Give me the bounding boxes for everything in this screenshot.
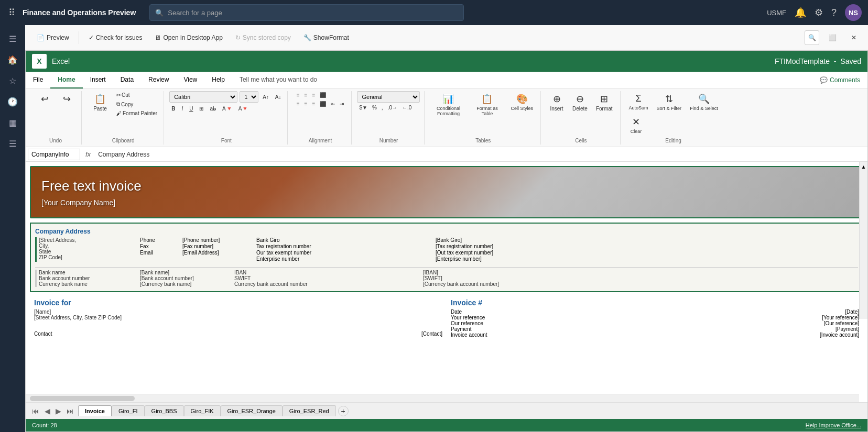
tab-file[interactable]: File: [26, 72, 50, 88]
cut-button[interactable]: ✂ Cut: [114, 91, 159, 99]
find-select-btn[interactable]: 🔍 Find & Select: [687, 91, 721, 113]
tab-help[interactable]: Help: [204, 72, 232, 88]
cell-reference[interactable]: [28, 149, 80, 160]
email-value: [Email Address]: [182, 250, 256, 256]
delete-btn[interactable]: ⊖ Delete: [569, 91, 591, 114]
autosum-btn[interactable]: Σ AutoSum: [626, 91, 652, 113]
align-center-btn[interactable]: ≡: [302, 100, 310, 108]
font-color-button[interactable]: A🔻: [236, 105, 251, 113]
sidebar-grid-icon[interactable]: ▦: [3, 113, 22, 132]
ribbon-group-number: General $▼ % , .0→ ←.0 Number: [353, 91, 425, 145]
excel-container: X Excel FTIModTemplate - Saved File Home…: [25, 50, 868, 432]
decrease-font-btn[interactable]: A↓: [273, 93, 284, 101]
bold-button[interactable]: B: [169, 105, 177, 113]
comments-tab[interactable]: 💬 Comments: [812, 72, 867, 88]
tab-insert[interactable]: Insert: [83, 72, 113, 88]
notification-icon[interactable]: 🔔: [795, 7, 806, 18]
border-button[interactable]: ⊞: [197, 105, 205, 113]
preview-button[interactable]: 📄 Preview: [31, 32, 74, 43]
search-bar[interactable]: 🔍 Search for a page: [149, 4, 464, 21]
cell-styles-btn[interactable]: 🎨 Cell Styles: [507, 91, 536, 113]
percent-btn[interactable]: %: [370, 104, 379, 112]
decrease-decimal-btn[interactable]: ←.0: [400, 104, 414, 112]
invoice-address: [Street Address, City, State ZIP Code]: [34, 315, 442, 320]
scroll-up-icon[interactable]: ▲: [861, 164, 866, 170]
sheet-tab-giro-esr-orange[interactable]: Giro_ESR_Orange: [221, 405, 283, 416]
tab-data[interactable]: Data: [113, 72, 141, 88]
strikethrough-button[interactable]: ab̶: [208, 105, 218, 113]
redo-button[interactable]: ↪: [56, 91, 77, 108]
indent-increase-btn[interactable]: ⇥: [338, 100, 346, 108]
sidebar-list-icon[interactable]: ☰: [3, 134, 22, 153]
check-issues-button[interactable]: ✓ Check for issues: [83, 32, 148, 43]
open-desktop-button[interactable]: 🖥 Open in Desktop App: [149, 32, 227, 43]
indent-decrease-btn[interactable]: ⇤: [329, 100, 337, 108]
increase-font-btn[interactable]: A↑: [261, 93, 271, 101]
number-format-select[interactable]: General: [357, 91, 420, 103]
currency-btn[interactable]: $▼: [357, 104, 369, 112]
apps-grid-icon[interactable]: ⠿: [6, 5, 17, 20]
vertical-scrollbar[interactable]: ▲: [859, 162, 867, 319]
font-name-select[interactable]: Calibri: [169, 91, 237, 103]
sheet-tab-giro-fi[interactable]: Giro_FI: [112, 405, 145, 416]
tab-review[interactable]: Review: [141, 72, 176, 88]
fill-color-button[interactable]: A🔻: [220, 105, 234, 113]
copy-button[interactable]: ⧉ Copy: [114, 100, 159, 108]
comma-btn[interactable]: ,: [379, 104, 385, 112]
help-icon[interactable]: ?: [831, 7, 837, 18]
undo-button[interactable]: ↩: [34, 91, 55, 108]
tables-items: 📊 Conditional Formatting 📋 Format as Tab…: [430, 91, 536, 145]
align-top-left-btn[interactable]: ≡: [295, 91, 302, 99]
invoice-company-name: [Your Company Name]: [41, 198, 852, 207]
sync-button[interactable]: ↻ Sync stored copy: [230, 32, 296, 43]
scroll-thumb[interactable]: [30, 396, 135, 401]
sheet-tab-giro-fik[interactable]: Giro_FIK: [184, 405, 221, 416]
action-bar-search-icon[interactable]: 🔍: [805, 30, 819, 45]
italic-button[interactable]: I: [179, 105, 185, 113]
paste-button[interactable]: 📋 Paste: [87, 91, 113, 114]
tell-me[interactable]: Tell me what you want to do: [232, 72, 324, 88]
tab-view[interactable]: View: [176, 72, 204, 88]
clear-btn[interactable]: ✕ Clear: [626, 114, 647, 136]
sidebar-star-icon[interactable]: ☆: [3, 71, 22, 90]
horizontal-scrollbar[interactable]: [26, 394, 859, 402]
sidebar-clock-icon[interactable]: 🕐: [3, 92, 22, 111]
sheet-tab-invoice[interactable]: Invoice: [78, 405, 112, 416]
company-info-grid: [Street Address, City, State ZIP Code] P…: [35, 237, 858, 262]
format-painter-button[interactable]: 🖌 Format Painter: [114, 109, 159, 117]
contact-label: Contact: [34, 331, 52, 337]
formula-content[interactable]: Company Address: [96, 151, 865, 158]
merge-btn[interactable]: ⬛: [318, 100, 328, 108]
show-format-button[interactable]: 🔧 ShowFormat: [298, 32, 354, 43]
tab-last-btn[interactable]: ⏭: [64, 406, 76, 416]
add-sheet-btn[interactable]: +: [338, 406, 349, 416]
format-table-btn[interactable]: 📋 Format as Table: [469, 91, 505, 118]
tab-next-btn[interactable]: ▶: [53, 406, 63, 416]
user-avatar[interactable]: NS: [845, 4, 862, 21]
align-top-center-btn[interactable]: ≡: [302, 91, 310, 99]
tab-home[interactable]: Home: [50, 72, 82, 88]
sidebar-home-icon[interactable]: 🏠: [3, 50, 22, 69]
underline-button[interactable]: U: [187, 105, 195, 113]
tab-prev-btn[interactable]: ◀: [42, 406, 52, 416]
improve-office-label[interactable]: Help Improve Office...: [806, 422, 861, 428]
insert-btn[interactable]: ⊕ Insert: [546, 91, 567, 114]
align-left-btn[interactable]: ≡: [295, 100, 302, 108]
conditional-formatting-btn[interactable]: 📊 Conditional Formatting: [430, 91, 466, 118]
comment-icon: 💬: [820, 76, 828, 84]
close-btn[interactable]: ✕: [846, 32, 862, 43]
sidebar-menu-icon[interactable]: ☰: [3, 29, 22, 48]
font-size-select[interactable]: 11: [240, 91, 258, 103]
top-nav: ⠿ Finance and Operations Preview 🔍 Searc…: [0, 0, 868, 25]
increase-decimal-btn[interactable]: .0→: [386, 104, 399, 112]
sort-filter-btn[interactable]: ⇅ Sort & Filter: [654, 91, 685, 113]
wrap-text-btn[interactable]: ⬛: [318, 91, 328, 99]
align-right-btn[interactable]: ≡: [310, 100, 317, 108]
format-btn[interactable]: ⊞ Format: [593, 91, 616, 114]
settings-icon[interactable]: ⚙: [815, 7, 823, 18]
restore-window-btn[interactable]: ⬜: [823, 32, 842, 43]
sheet-tab-giro-esr-red[interactable]: Giro_ESR_Red: [283, 405, 336, 416]
align-top-right-btn[interactable]: ≡: [310, 91, 317, 99]
sheet-tab-giro-bbs[interactable]: Giro_BBS: [145, 405, 184, 416]
tab-first-btn[interactable]: ⏮: [30, 406, 41, 416]
